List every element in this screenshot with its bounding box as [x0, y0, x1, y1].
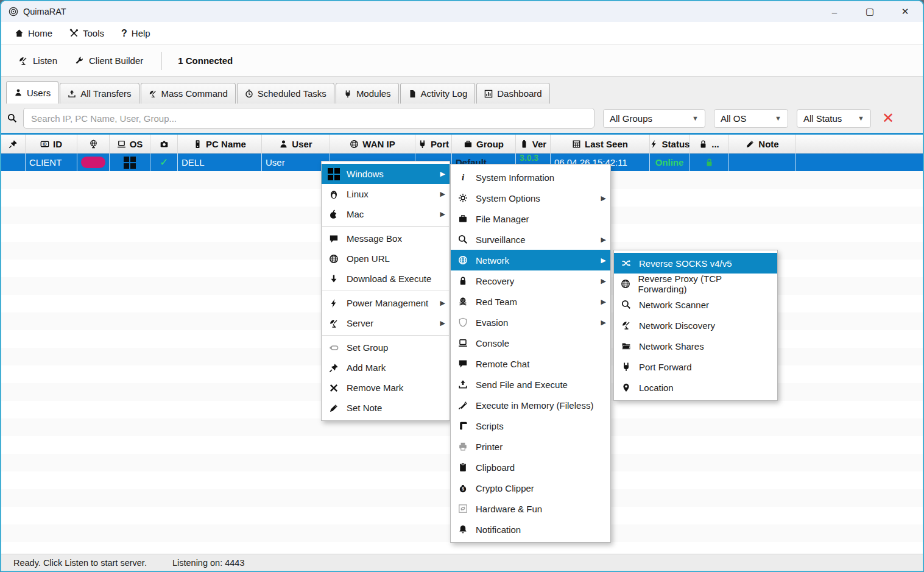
menu-item-windows[interactable]: Windows▶: [322, 164, 450, 184]
groups-filter-dropdown[interactable]: All Groups ▼: [603, 109, 705, 128]
column-header-ver[interactable]: Ver: [516, 135, 551, 153]
menu-item-red-team[interactable]: Red Team▶: [451, 291, 610, 312]
column-header-lock[interactable]: ...: [689, 135, 729, 153]
tab-all-transfers[interactable]: All Transfers: [60, 83, 139, 104]
menubar-item-help[interactable]: ?Help: [113, 22, 159, 44]
column-header-group[interactable]: Group: [452, 135, 516, 153]
menu-item-add-mark[interactable]: Add Mark: [322, 358, 450, 378]
column-header-status[interactable]: Status: [650, 135, 689, 153]
column-header-label: ...: [711, 139, 719, 149]
menu-item-system-information[interactable]: iSystem Information: [451, 167, 610, 188]
chevron-down-icon: ▼: [775, 115, 781, 122]
menu-item-reverse-socks-v4-v5[interactable]: Reverse SOCKS v4/v5: [614, 253, 777, 274]
menu-item-evasion[interactable]: Evasion▶: [451, 312, 610, 333]
menu-item-label: Notification: [476, 524, 521, 535]
menu-item-label: Open URL: [347, 253, 390, 264]
shuffle-icon: [620, 258, 632, 268]
menubar-item-home[interactable]: Home: [6, 22, 61, 44]
plug-icon: [344, 90, 352, 98]
client-builder-button[interactable]: Client Builder: [66, 55, 152, 66]
menu-item-network-scanner[interactable]: Network Scanner: [614, 294, 777, 315]
minimize-button[interactable]: –: [817, 1, 852, 22]
tab-label: Activity Log: [421, 88, 468, 99]
tab-label: Mass Command: [161, 88, 228, 99]
menu-item-remote-chat[interactable]: Remote Chat: [451, 353, 610, 374]
column-header-note[interactable]: Note: [729, 135, 796, 153]
menu-item-crypto-clipper[interactable]: $Crypto Clipper: [451, 478, 610, 498]
menu-item-location[interactable]: Location: [614, 377, 777, 398]
menu-item-label: Red Team: [476, 297, 517, 307]
menu-item-open-url[interactable]: Open URL: [322, 249, 450, 269]
menu-item-hardware-fun[interactable]: Hardware & Fun: [451, 498, 610, 519]
menu-item-console[interactable]: Console: [451, 333, 610, 353]
menu-item-clipboard[interactable]: Clipboard: [451, 457, 610, 478]
column-header-os[interactable]: OS: [110, 135, 150, 153]
menu-item-network[interactable]: Network▶: [451, 250, 610, 270]
menu-item-execute-in-memory-fileless[interactable]: Execute in Memory (Fileless): [451, 395, 610, 415]
status-filter-dropdown[interactable]: All Status ▼: [797, 109, 871, 128]
column-header-pin[interactable]: [1, 135, 26, 153]
menu-item-recovery[interactable]: Recovery▶: [451, 270, 610, 291]
menu-item-mac[interactable]: Mac▶: [322, 204, 450, 224]
menu-item-label: Scripts: [476, 421, 504, 431]
client-user-value: User: [266, 157, 285, 168]
satellite-icon: [328, 319, 340, 328]
menu-item-power-management[interactable]: Power Management▶: [322, 293, 450, 313]
menu-item-server[interactable]: Server▶: [322, 313, 450, 333]
close-button[interactable]: ✕: [887, 1, 923, 22]
tab-users[interactable]: Users: [6, 81, 58, 104]
menu-item-notification[interactable]: Notification: [451, 519, 610, 540]
id-badge-icon: ID: [40, 139, 49, 149]
menu-item-label: Remote Chat: [476, 359, 529, 369]
menu-item-download-execute[interactable]: Download & Execute: [322, 269, 450, 289]
listen-button[interactable]: Listen: [10, 55, 66, 66]
tab-dashboard[interactable]: Dashboard: [476, 83, 549, 104]
column-header-last_seen[interactable]: Last Seen: [551, 135, 650, 153]
menu-item-set-note[interactable]: Set Note: [322, 398, 450, 418]
menu-item-message-box[interactable]: Message Box: [322, 228, 450, 249]
clear-filters-button[interactable]: ✕: [882, 111, 894, 125]
column-header-id[interactable]: IDID: [26, 135, 77, 153]
satellite-icon: [18, 56, 28, 66]
os-filter-dropdown[interactable]: All OS ▼: [714, 109, 788, 128]
column-header-flag[interactable]: [77, 135, 110, 153]
menu-item-network-discovery[interactable]: Network Discovery: [614, 315, 777, 336]
menu-item-file-manager[interactable]: File Manager: [451, 208, 610, 229]
column-header-pc_name[interactable]: PC Name: [178, 135, 262, 153]
write-icon: [746, 139, 755, 149]
menu-item-remove-mark[interactable]: Remove Mark: [322, 378, 450, 398]
menu-item-surveillance[interactable]: Surveillance▶: [451, 229, 610, 250]
maximize-button[interactable]: ▢: [852, 1, 887, 22]
menu-bar: HomeTools?Help: [1, 22, 923, 45]
tab-activity-log[interactable]: Activity Log: [400, 83, 476, 104]
menu-item-printer[interactable]: Printer: [451, 436, 610, 457]
column-header-cam[interactable]: [150, 135, 178, 153]
tool-bar: ListenClient Builder 1 Connected: [1, 45, 923, 77]
column-header-port[interactable]: Port: [415, 135, 452, 153]
client-cell-os: [110, 154, 150, 171]
menu-item-reverse-proxy-tcp-forwarding[interactable]: Reverse Proxy (TCP Forwarding): [614, 274, 777, 294]
menu-item-send-file-and-execute[interactable]: Send File and Execute: [451, 374, 610, 395]
search-input[interactable]: [23, 108, 594, 129]
speech-bubble-icon: [328, 234, 340, 244]
client-status-value: Online: [655, 157, 684, 168]
column-header-label: User: [292, 139, 312, 149]
menu-item-linux[interactable]: Linux▶: [322, 184, 450, 204]
filter-bar: All Groups ▼ All OS ▼ All Status ▼ ✕: [1, 104, 923, 133]
os-filter-value: All OS: [721, 113, 747, 124]
menu-item-port-forward[interactable]: Port Forward: [614, 356, 777, 377]
menubar-item-label: Help: [132, 28, 150, 38]
menu-item-network-shares[interactable]: Network Shares: [614, 336, 777, 356]
menu-item-set-group[interactable]: Set Group: [322, 337, 450, 358]
table-header-row: IDIDOSPC NameUserWAN IPPortGroupVerLast …: [1, 135, 923, 154]
menu-item-system-options[interactable]: System Options▶: [451, 188, 610, 208]
tab-scheduled-tasks[interactable]: Scheduled Tasks: [237, 83, 334, 104]
column-header-wan_ip[interactable]: WAN IP: [330, 135, 415, 153]
tab-modules[interactable]: Modules: [336, 83, 399, 104]
column-header-label: Status: [662, 139, 690, 149]
tab-mass-command[interactable]: Mass Command: [141, 83, 236, 104]
menu-item-scripts[interactable]: Scripts: [451, 415, 610, 436]
column-header-user[interactable]: User: [262, 135, 330, 153]
status-ready-text: Ready. Click Listen to start server.: [13, 558, 147, 568]
menubar-item-tools[interactable]: Tools: [61, 22, 113, 44]
